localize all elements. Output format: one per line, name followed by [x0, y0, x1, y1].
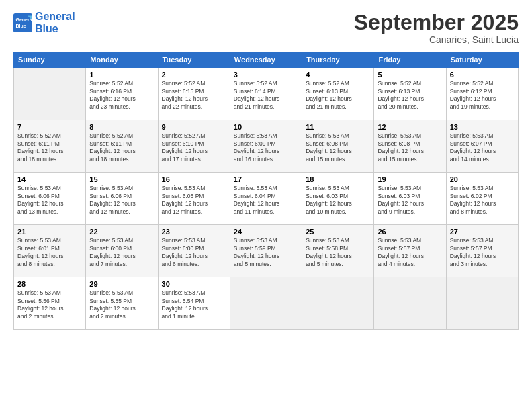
- day-info: Sunrise: 5:53 AM Sunset: 5:56 PM Dayligh…: [17, 289, 82, 320]
- calendar-cell: 16Sunrise: 5:53 AM Sunset: 6:05 PM Dayli…: [158, 173, 230, 225]
- logo-icon: General Blue: [13, 13, 32, 32]
- location-subtitle: Canaries, Saint Lucia: [354, 34, 519, 45]
- calendar-cell: 8Sunrise: 5:52 AM Sunset: 6:11 PM Daylig…: [86, 120, 158, 173]
- calendar-cell: [374, 277, 446, 330]
- calendar-body: 1Sunrise: 5:52 AM Sunset: 6:16 PM Daylig…: [14, 68, 519, 330]
- day-number: 16: [162, 175, 226, 183]
- day-number: 4: [306, 71, 370, 79]
- day-header-saturday: Saturday: [446, 52, 518, 68]
- day-header-monday: Monday: [86, 52, 158, 68]
- day-number: 29: [89, 280, 154, 288]
- day-number: 25: [306, 228, 370, 236]
- day-number: 18: [306, 175, 370, 183]
- calendar-cell: 4Sunrise: 5:52 AM Sunset: 6:13 PM Daylig…: [302, 68, 374, 120]
- day-info: Sunrise: 5:53 AM Sunset: 6:00 PM Dayligh…: [89, 237, 154, 268]
- day-info: Sunrise: 5:52 AM Sunset: 6:10 PM Dayligh…: [162, 132, 226, 163]
- calendar-cell: 21Sunrise: 5:53 AM Sunset: 6:01 PM Dayli…: [14, 225, 86, 277]
- calendar-cell: 10Sunrise: 5:53 AM Sunset: 6:09 PM Dayli…: [230, 120, 302, 173]
- day-info: Sunrise: 5:53 AM Sunset: 6:01 PM Dayligh…: [17, 237, 82, 268]
- day-info: Sunrise: 5:53 AM Sunset: 6:06 PM Dayligh…: [17, 185, 82, 216]
- day-number: 15: [89, 175, 154, 183]
- day-info: Sunrise: 5:52 AM Sunset: 6:15 PM Dayligh…: [162, 80, 226, 111]
- svg-text:General: General: [16, 17, 33, 22]
- day-info: Sunrise: 5:53 AM Sunset: 6:09 PM Dayligh…: [234, 132, 298, 163]
- day-info: Sunrise: 5:52 AM Sunset: 6:12 PM Dayligh…: [450, 80, 515, 111]
- day-info: Sunrise: 5:52 AM Sunset: 6:11 PM Dayligh…: [89, 132, 154, 163]
- calendar-header-row: SundayMondayTuesdayWednesdayThursdayFrid…: [14, 52, 519, 68]
- calendar-cell: 28Sunrise: 5:53 AM Sunset: 5:56 PM Dayli…: [14, 277, 86, 330]
- day-number: 10: [234, 123, 298, 131]
- calendar-cell: 23Sunrise: 5:53 AM Sunset: 6:00 PM Dayli…: [158, 225, 230, 277]
- calendar-cell: 9Sunrise: 5:52 AM Sunset: 6:10 PM Daylig…: [158, 120, 230, 173]
- calendar-cell: 30Sunrise: 5:53 AM Sunset: 5:54 PM Dayli…: [158, 277, 230, 330]
- day-number: 3: [234, 71, 298, 79]
- day-number: 1: [89, 71, 154, 79]
- day-info: Sunrise: 5:52 AM Sunset: 6:14 PM Dayligh…: [234, 80, 298, 111]
- day-number: 17: [234, 175, 298, 183]
- day-info: Sunrise: 5:53 AM Sunset: 5:57 PM Dayligh…: [450, 237, 515, 268]
- day-info: Sunrise: 5:52 AM Sunset: 6:16 PM Dayligh…: [89, 80, 154, 111]
- day-info: Sunrise: 5:53 AM Sunset: 5:54 PM Dayligh…: [162, 289, 226, 320]
- calendar-week-4: 21Sunrise: 5:53 AM Sunset: 6:01 PM Dayli…: [14, 225, 519, 277]
- calendar-cell: 2Sunrise: 5:52 AM Sunset: 6:15 PM Daylig…: [158, 68, 230, 120]
- day-number: 26: [378, 228, 442, 236]
- day-info: Sunrise: 5:52 AM Sunset: 6:13 PM Dayligh…: [378, 80, 442, 111]
- day-header-friday: Friday: [374, 52, 446, 68]
- calendar-cell: 17Sunrise: 5:53 AM Sunset: 6:04 PM Dayli…: [230, 173, 302, 225]
- calendar-week-3: 14Sunrise: 5:53 AM Sunset: 6:06 PM Dayli…: [14, 173, 519, 225]
- day-number: 30: [162, 280, 226, 288]
- day-header-sunday: Sunday: [14, 52, 86, 68]
- day-number: 13: [450, 123, 515, 131]
- day-number: 24: [234, 228, 298, 236]
- day-number: 8: [89, 123, 154, 131]
- day-number: 19: [378, 175, 442, 183]
- day-info: Sunrise: 5:53 AM Sunset: 6:05 PM Dayligh…: [162, 185, 226, 216]
- day-header-wednesday: Wednesday: [230, 52, 302, 68]
- day-info: Sunrise: 5:53 AM Sunset: 5:58 PM Dayligh…: [306, 237, 370, 268]
- day-info: Sunrise: 5:52 AM Sunset: 6:11 PM Dayligh…: [17, 132, 82, 163]
- month-title: September 2025: [354, 11, 519, 34]
- day-info: Sunrise: 5:52 AM Sunset: 6:13 PM Dayligh…: [306, 80, 370, 111]
- day-number: 20: [450, 175, 515, 183]
- calendar-cell: 20Sunrise: 5:53 AM Sunset: 6:02 PM Dayli…: [446, 173, 518, 225]
- calendar-cell: 1Sunrise: 5:52 AM Sunset: 6:16 PM Daylig…: [86, 68, 158, 120]
- day-info: Sunrise: 5:53 AM Sunset: 5:55 PM Dayligh…: [89, 289, 154, 320]
- title-block: September 2025 Canaries, Saint Lucia: [354, 11, 519, 45]
- day-info: Sunrise: 5:53 AM Sunset: 5:59 PM Dayligh…: [234, 237, 298, 268]
- calendar-week-5: 28Sunrise: 5:53 AM Sunset: 5:56 PM Dayli…: [14, 277, 519, 330]
- calendar-cell: 22Sunrise: 5:53 AM Sunset: 6:00 PM Dayli…: [86, 225, 158, 277]
- day-info: Sunrise: 5:53 AM Sunset: 6:08 PM Dayligh…: [306, 132, 370, 163]
- day-number: 12: [378, 123, 442, 131]
- calendar-table: SundayMondayTuesdayWednesdayThursdayFrid…: [13, 52, 519, 330]
- day-info: Sunrise: 5:53 AM Sunset: 5:57 PM Dayligh…: [378, 237, 442, 268]
- day-info: Sunrise: 5:53 AM Sunset: 6:02 PM Dayligh…: [450, 185, 515, 216]
- calendar-cell: [446, 277, 518, 330]
- svg-text:Blue: Blue: [16, 24, 26, 28]
- calendar-cell: 27Sunrise: 5:53 AM Sunset: 5:57 PM Dayli…: [446, 225, 518, 277]
- calendar-cell: [230, 277, 302, 330]
- calendar-week-1: 1Sunrise: 5:52 AM Sunset: 6:16 PM Daylig…: [14, 68, 519, 120]
- calendar-cell: [14, 68, 86, 120]
- day-number: 9: [162, 123, 226, 131]
- calendar-cell: 14Sunrise: 5:53 AM Sunset: 6:06 PM Dayli…: [14, 173, 86, 225]
- calendar-cell: 11Sunrise: 5:53 AM Sunset: 6:08 PM Dayli…: [302, 120, 374, 173]
- calendar-cell: 25Sunrise: 5:53 AM Sunset: 5:58 PM Dayli…: [302, 225, 374, 277]
- calendar-cell: 19Sunrise: 5:53 AM Sunset: 6:03 PM Dayli…: [374, 173, 446, 225]
- calendar-cell: 5Sunrise: 5:52 AM Sunset: 6:13 PM Daylig…: [374, 68, 446, 120]
- logo: General Blue General Blue: [13, 11, 75, 34]
- calendar-cell: 6Sunrise: 5:52 AM Sunset: 6:12 PM Daylig…: [446, 68, 518, 120]
- day-header-thursday: Thursday: [302, 52, 374, 68]
- day-info: Sunrise: 5:53 AM Sunset: 6:07 PM Dayligh…: [450, 132, 515, 163]
- calendar-cell: 18Sunrise: 5:53 AM Sunset: 6:03 PM Dayli…: [302, 173, 374, 225]
- calendar-cell: 13Sunrise: 5:53 AM Sunset: 6:07 PM Dayli…: [446, 120, 518, 173]
- day-number: 14: [17, 175, 82, 183]
- day-number: 28: [17, 280, 82, 288]
- day-info: Sunrise: 5:53 AM Sunset: 6:03 PM Dayligh…: [306, 185, 370, 216]
- day-info: Sunrise: 5:53 AM Sunset: 6:00 PM Dayligh…: [162, 237, 226, 268]
- calendar-cell: 29Sunrise: 5:53 AM Sunset: 5:55 PM Dayli…: [86, 277, 158, 330]
- day-number: 21: [17, 228, 82, 236]
- calendar-cell: 24Sunrise: 5:53 AM Sunset: 5:59 PM Dayli…: [230, 225, 302, 277]
- calendar-cell: 7Sunrise: 5:52 AM Sunset: 6:11 PM Daylig…: [14, 120, 86, 173]
- day-number: 11: [306, 123, 370, 131]
- day-number: 5: [378, 71, 442, 79]
